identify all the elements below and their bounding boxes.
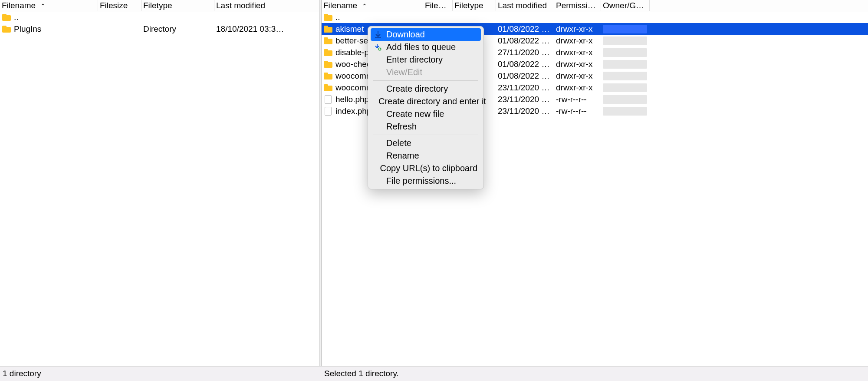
permissions: drwxr-xr-x (554, 36, 601, 46)
menu-label: View/Edit (386, 67, 422, 77)
menu-label: Add files to queue (386, 42, 456, 52)
lastmodified: 01/08/2022 1… (496, 24, 554, 34)
menu-create-file[interactable]: Create new file (368, 108, 483, 120)
menu-label: Create directory and enter it (378, 96, 486, 106)
local-panel: Filename ⌃ Filesize Filetype Last modifi… (0, 0, 319, 366)
ownergroup (601, 83, 650, 92)
lastmodified: 27/11/2020 1… (496, 48, 554, 57)
download-icon (374, 31, 382, 38)
filename: index.php (335, 106, 371, 116)
ownergroup-value (603, 95, 647, 104)
permissions: drwxr-xr-x (554, 83, 601, 93)
col-filesize[interactable]: Filesize (423, 0, 453, 11)
lastmodified: 01/08/2022 1… (496, 36, 554, 46)
col-filename-label: Filename (323, 1, 357, 10)
col-filetype[interactable]: Filetype (141, 0, 214, 11)
menu-create-directory-enter[interactable]: Create directory and enter it (368, 95, 483, 108)
ownergroup-value (603, 25, 647, 33)
col-lastmodified[interactable]: Last modified (496, 0, 554, 11)
lastmodified: 01/08/2022 1… (496, 71, 554, 81)
col-filesize[interactable]: Filesize (98, 0, 141, 11)
ownergroup-value (603, 107, 647, 116)
filename: .. (14, 13, 19, 22)
list-item[interactable]: .. (322, 11, 868, 23)
menu-create-directory[interactable]: Create directory (368, 83, 483, 95)
col-permissions[interactable]: Permissions (554, 0, 601, 11)
col-filename-label: Filename (2, 1, 36, 10)
menu-label: File permissions... (386, 176, 456, 186)
ownergroup (601, 72, 650, 80)
ownergroup-value (603, 48, 647, 57)
file-icon (323, 107, 333, 116)
menu-label: Download (386, 30, 425, 40)
lastmodified: 23/11/2020 1… (496, 106, 554, 116)
menu-view-edit: View/Edit (368, 66, 483, 79)
menu-label: Create directory (386, 84, 448, 94)
menu-add-queue[interactable]: Add files to queue (368, 41, 483, 53)
folder-icon (2, 25, 11, 33)
menu-rename[interactable]: Rename (368, 149, 483, 162)
folder-icon (323, 60, 333, 69)
ownergroup (601, 107, 650, 116)
filename: disable-p (335, 48, 369, 57)
menu-label: Refresh (386, 122, 417, 132)
folder-icon (323, 83, 333, 92)
status-remote: Selected 1 directory. (322, 367, 868, 381)
folder-icon (2, 13, 11, 22)
list-item[interactable]: .. (0, 11, 319, 23)
menu-label: Rename (386, 151, 419, 161)
lastmodified: 01/08/2022 1… (496, 60, 554, 69)
menu-label: Create new file (386, 109, 444, 119)
menu-download[interactable]: Download (371, 28, 481, 41)
folder-icon (323, 25, 333, 33)
col-lastmodified[interactable]: Last modified (214, 0, 288, 11)
permissions: drwxr-xr-x (554, 71, 601, 81)
permissions: -rw-r--r-- (554, 106, 601, 116)
ownergroup-value (603, 83, 647, 92)
sort-asc-icon: ⌃ (362, 3, 367, 10)
col-filename[interactable]: Filename ⌃ (322, 0, 423, 11)
permissions: drwxr-xr-x (554, 48, 601, 57)
filetype: Directory (141, 24, 214, 34)
lastmodified: 18/10/2021 03:3… (214, 24, 288, 34)
ownergroup-value (603, 60, 647, 69)
context-menu: Download Add files to queue Enter direct… (368, 26, 484, 189)
local-header: Filename ⌃ Filesize Filetype Last modifi… (0, 0, 319, 11)
menu-separator (373, 80, 478, 81)
menu-refresh[interactable]: Refresh (368, 120, 483, 133)
col-filename[interactable]: Filename ⌃ (0, 0, 98, 11)
menu-copy-urls[interactable]: Copy URL(s) to clipboard (368, 162, 483, 175)
status-local: 1 directory (0, 367, 319, 381)
col-ownergroup[interactable]: Owner/Group (601, 0, 650, 11)
menu-label: Copy URL(s) to clipboard (380, 163, 477, 173)
local-rows[interactable]: .. PlugIns Directory 18/10/2021 03:3… (0, 11, 319, 366)
ownergroup (601, 36, 650, 45)
status-bar: 1 directory Selected 1 directory. (0, 366, 868, 381)
folder-icon (323, 72, 333, 80)
ownergroup (601, 60, 650, 69)
folder-icon (323, 36, 333, 45)
filename: woocomn (335, 83, 371, 93)
menu-enter-directory[interactable]: Enter directory (368, 53, 483, 66)
filename: hello.php (335, 95, 369, 104)
ownergroup (601, 48, 650, 57)
permissions: -rw-r--r-- (554, 95, 601, 104)
lastmodified: 23/11/2020 1… (496, 95, 554, 104)
filename: woocomn (335, 71, 371, 81)
menu-delete[interactable]: Delete (368, 137, 483, 149)
col-filetype[interactable]: Filetype (453, 0, 496, 11)
menu-label: Enter directory (386, 55, 443, 65)
lastmodified: 23/11/2020 1… (496, 83, 554, 93)
folder-icon (323, 13, 333, 22)
remote-header: Filename ⌃ Filesize Filetype Last modifi… (322, 0, 868, 11)
menu-file-permissions[interactable]: File permissions... (368, 175, 483, 187)
download-queue-icon (374, 44, 382, 51)
filename: .. (335, 13, 340, 22)
svg-rect-0 (375, 37, 381, 38)
ownergroup-value (603, 36, 647, 45)
file-icon (323, 95, 333, 104)
list-item[interactable]: PlugIns Directory 18/10/2021 03:3… (0, 23, 319, 35)
folder-icon (323, 48, 333, 57)
permissions: drwxr-xr-x (554, 60, 601, 69)
filename: better-se (335, 36, 368, 46)
